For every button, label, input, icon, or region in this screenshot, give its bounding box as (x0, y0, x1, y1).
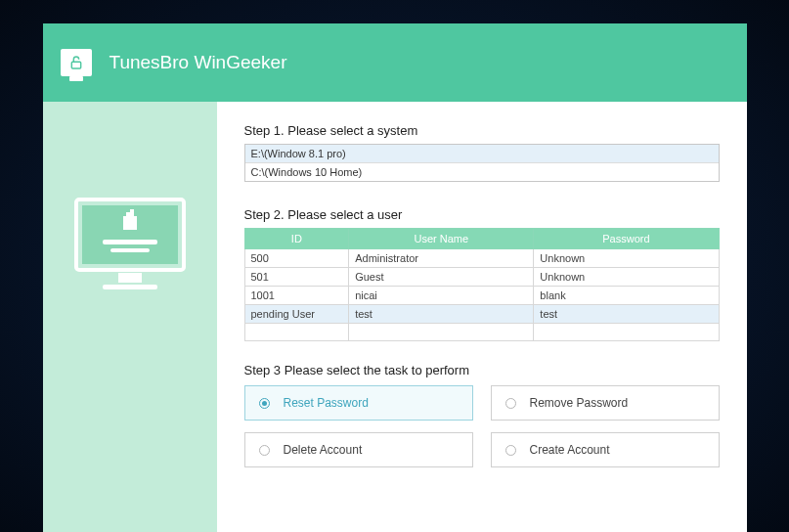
user-row-empty (244, 324, 719, 341)
user-table: ID User Name Password 500AdministratorUn… (244, 228, 720, 341)
body: Step 1. Please select a system E:\(Windo… (43, 102, 747, 532)
svg-rect-0 (71, 62, 80, 68)
user-cell-id: pending User (244, 305, 349, 324)
user-cell-password: test (534, 305, 719, 324)
radio-icon (505, 398, 516, 409)
user-cell-password: Unknown (534, 268, 719, 287)
col-username: User Name (349, 229, 534, 249)
user-row[interactable]: 501GuestUnknown (244, 268, 719, 287)
sidebar (43, 102, 217, 532)
col-id: ID (244, 229, 349, 249)
task-option[interactable]: Delete Account (244, 432, 473, 467)
task-label: Create Account (530, 443, 610, 457)
user-cell-username: test (349, 305, 534, 324)
radio-icon (259, 445, 270, 456)
system-item[interactable]: C:\(Windows 10 Home) (245, 163, 719, 181)
svg-rect-8 (103, 240, 157, 244)
main-panel: Step 1. Please select a system E:\(Windo… (217, 102, 747, 532)
user-row[interactable]: 500AdministratorUnknown (244, 249, 719, 268)
app-window: TunesBro WinGeeker Step 1. Please select… (43, 23, 747, 532)
radio-icon (259, 398, 270, 409)
user-cell-id: 501 (244, 268, 349, 287)
user-cell-id: 1001 (244, 287, 349, 305)
svg-rect-6 (126, 212, 130, 217)
user-row[interactable]: pending Usertesttest (244, 305, 719, 324)
task-option[interactable]: Remove Password (491, 385, 720, 421)
user-cell-username: Administrator (349, 249, 534, 268)
monitor-illustration-icon (71, 195, 189, 302)
user-cell-username: nicai (349, 287, 534, 305)
task-label: Delete Account (284, 443, 363, 457)
task-label: Reset Password (284, 396, 369, 410)
svg-rect-4 (103, 285, 157, 289)
step3-label: Step 3 Please select the task to perform (244, 363, 720, 377)
radio-icon (505, 445, 516, 456)
user-cell-id: 500 (244, 249, 349, 268)
header: TunesBro WinGeeker (43, 23, 747, 102)
system-list: E:\(Window 8.1 pro)C:\(Windows 10 Home) (244, 144, 720, 182)
user-cell-username: Guest (349, 268, 534, 287)
svg-rect-3 (118, 273, 142, 283)
lock-icon (68, 54, 84, 71)
radio-dot-icon (262, 401, 267, 406)
step2-label: Step 2. Please select a user (244, 207, 720, 222)
system-item[interactable]: E:\(Window 8.1 pro) (245, 145, 719, 163)
user-table-header-row: ID User Name Password (244, 229, 719, 249)
user-row[interactable]: 1001nicaiblank (244, 287, 719, 305)
step1-label: Step 1. Please select a system (244, 123, 720, 138)
app-title: TunesBro WinGeeker (110, 52, 287, 73)
task-label: Remove Password (530, 396, 629, 410)
svg-rect-5 (123, 216, 137, 230)
task-option[interactable]: Reset Password (244, 385, 473, 421)
task-option[interactable]: Create Account (491, 432, 720, 467)
user-cell-password: blank (534, 287, 719, 305)
task-grid: Reset PasswordRemove PasswordDelete Acco… (244, 385, 720, 467)
svg-rect-7 (130, 209, 134, 217)
user-cell-password: Unknown (534, 249, 719, 268)
app-logo-icon (61, 49, 92, 76)
svg-rect-9 (110, 248, 150, 252)
col-password: Password (534, 229, 719, 249)
